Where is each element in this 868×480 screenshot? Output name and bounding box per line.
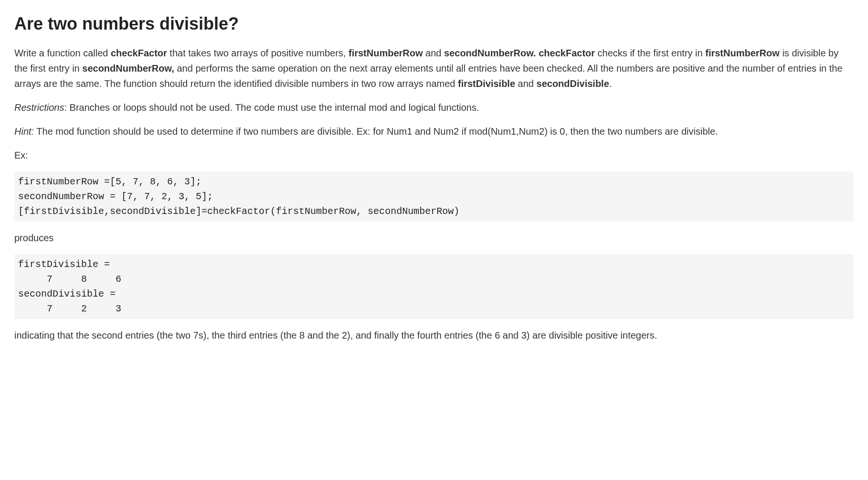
produces-label: produces [14,230,854,245]
param-first-2: firstNumberRow [705,48,780,58]
hint-paragraph: Hint: The mod function should be used to… [14,124,854,139]
restrictions-paragraph: Restrictions: Branches or loops should n… [14,100,854,115]
param-second-2: secondNumberRow, [82,63,174,74]
example-label: Ex: [14,148,854,163]
explanation-paragraph: indicating that the second entries (the … [14,328,854,343]
text: and [515,78,536,89]
page-title: Are two numbers divisible? [14,13,854,34]
function-name: checkFactor [111,48,167,58]
text: checks if the first entry in [595,48,705,58]
restrictions-text: : Branches or loops should not be used. … [64,102,479,113]
param-second: secondNumberRow. checkFactor [444,48,595,58]
hint-label: Hint: [14,126,34,137]
text: and [423,48,444,58]
text: Write a function called [14,48,111,58]
text: . [609,78,612,89]
code-block-output: firstDivisible = 7 8 6 secondDivisible =… [14,254,854,319]
code-block-input: firstNumberRow =[5, 7, 8, 6, 3]; secondN… [14,171,854,222]
intro-paragraph: Write a function called checkFactor that… [14,45,854,91]
restrictions-label: Restrictions [14,102,64,113]
hint-text: The mod function should be used to deter… [34,126,718,137]
output-second: secondDivisible [537,78,609,89]
param-first: firstNumberRow [349,48,423,58]
output-first: firstDivisible [458,78,515,89]
text: that takes two arrays of positive number… [167,48,349,58]
